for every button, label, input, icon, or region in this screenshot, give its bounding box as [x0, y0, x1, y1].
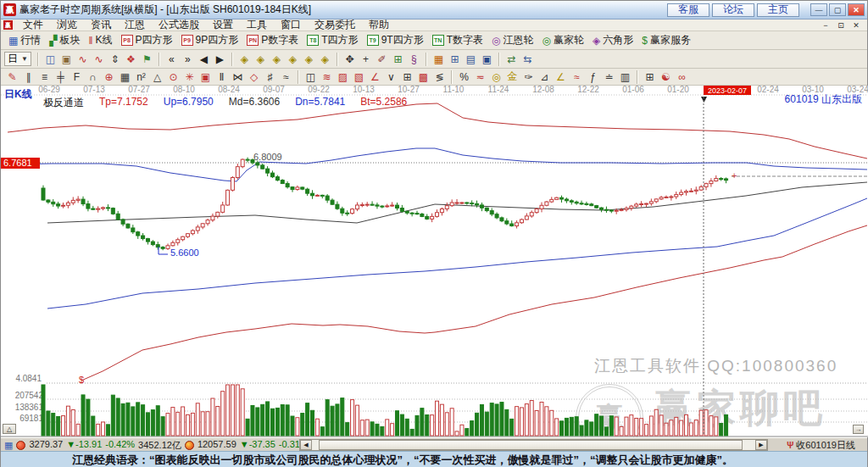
percent-icon[interactable]: % [457, 70, 471, 84]
scrollbar-track[interactable] [312, 440, 755, 450]
table-grid-icon[interactable]: ⊞ [643, 70, 657, 84]
winner-service-button[interactable]: $赢家服务 [642, 33, 691, 47]
quick-button-2[interactable]: 主页 [757, 3, 799, 17]
scroll-right-arrow[interactable]: ▶ [755, 440, 767, 450]
menu-item-4[interactable]: 公式选股 [152, 19, 206, 31]
sharp-tool-icon[interactable]: ♯ [263, 70, 277, 84]
grid-plus-icon[interactable]: ⊞ [400, 70, 415, 84]
crosshair-icon[interactable]: + [359, 53, 373, 66]
gann-diamond-5-icon[interactable]: ◈ [302, 53, 316, 66]
minimize-button[interactable]: — [810, 3, 827, 16]
shade-left-icon[interactable]: ▨ [336, 70, 350, 84]
fn-icon[interactable]: ƒ [586, 70, 600, 84]
angle-tool-icon[interactable]: ∠ [368, 70, 382, 84]
menu-item-8[interactable]: 交易委托 [308, 19, 362, 31]
gann-diamond-6-icon[interactable]: ◈ [318, 53, 332, 66]
flag-icon[interactable]: ⚑ [140, 53, 154, 66]
horizontal-scrollbar[interactable]: ◀ ▶ [299, 439, 768, 451]
quick-button-1[interactable]: 论坛 [712, 3, 754, 17]
parallel-lines-icon[interactable]: ∥ [21, 70, 36, 84]
t-table-button[interactable]: TNT数字表 [432, 33, 483, 47]
close-button[interactable]: ✕ [848, 3, 865, 16]
notebook-icon[interactable]: ▤ [464, 53, 478, 66]
calculator-icon[interactable]: ⊞ [448, 53, 462, 66]
gann-diamond-2-icon[interactable]: ◈ [253, 53, 268, 66]
grid-lines-icon[interactable]: ≡ [37, 70, 52, 84]
pane-scroll-button[interactable]: → [853, 425, 864, 434]
prev-bar-icon[interactable]: ◀ [197, 53, 211, 66]
9p-square-button[interactable]: P99P四方形 [181, 33, 239, 47]
save-icon[interactable]: ▣ [480, 53, 494, 66]
fan-tool-icon[interactable]: F [70, 70, 84, 84]
next-bar-icon[interactable]: ▶ [213, 53, 227, 66]
scroll-left-arrow[interactable]: ◀ [300, 440, 312, 450]
gann-diamond-3-icon[interactable]: ◈ [270, 53, 284, 66]
shanghai-index-icon[interactable] [16, 441, 25, 450]
quotes-button[interactable]: ▦行情 [8, 33, 41, 47]
menu-item-5[interactable]: 设置 [206, 19, 240, 31]
spiral-tool-icon[interactable]: § [407, 53, 421, 66]
mdi-restore-button[interactable]: ⊡ [835, 21, 847, 30]
p-square-button[interactable]: P8P四方形 [121, 33, 173, 47]
yinyang-icon[interactable]: ☯ [659, 70, 673, 84]
wave2-icon[interactable]: ≈ [570, 70, 584, 84]
fence-icon[interactable]: ╪ [53, 70, 68, 84]
scrollbar-thumb[interactable] [319, 440, 743, 450]
circle-target-icon[interactable]: ⊕ [102, 70, 116, 84]
export-icon[interactable]: ⇄ [504, 53, 519, 66]
menu-item-0[interactable]: 文件 [16, 19, 50, 31]
bowtie-icon[interactable]: ⋈ [231, 70, 245, 84]
box-shade-icon[interactable]: ▥ [618, 70, 632, 84]
dense-grid-icon[interactable]: ▩ [416, 70, 431, 84]
gann-diamond-4-icon[interactable]: ◈ [286, 53, 300, 66]
triangle-tool-icon[interactable]: △ [150, 70, 164, 84]
menu-item-3[interactable]: 江恩 [118, 19, 152, 31]
infinity-icon[interactable]: ∞ [675, 70, 689, 84]
maximize-button[interactable]: ▢ [829, 3, 846, 16]
golden-circle-icon[interactable]: ◎ [489, 70, 504, 84]
measure-icon[interactable]: ✐ [375, 53, 389, 66]
quick-button-0[interactable]: 客服 [667, 3, 709, 17]
dotted-eq-icon[interactable]: ≐ [602, 70, 616, 84]
candle-style-dropdown[interactable]: ⇕ [108, 53, 122, 66]
import-icon[interactable]: ⇆ [520, 53, 535, 66]
compare-icon[interactable]: ≶ [432, 70, 447, 84]
info-panel-icon[interactable]: ▣ [59, 53, 74, 66]
menu-item-2[interactable]: 资讯 [84, 19, 118, 31]
red-frame-icon[interactable]: ▣ [198, 70, 213, 84]
gann-wheel-button[interactable]: ◎江恩轮 [492, 33, 533, 47]
menu-item-1[interactable]: 浏览 [50, 19, 84, 31]
pencil-icon[interactable]: ✎ [5, 70, 19, 84]
sun-cycle-icon[interactable]: ⊙ [166, 70, 181, 84]
star-cycle-icon[interactable]: ✳ [182, 70, 197, 84]
first-page-icon[interactable]: « [164, 53, 179, 66]
mdi-minimize-button[interactable]: − [820, 21, 832, 30]
shade-right-icon[interactable]: ▧ [352, 70, 366, 84]
9t-square-button[interactable]: T99T四方形 [367, 33, 424, 47]
menu-item-6[interactable]: 工具 [240, 19, 274, 31]
delta-icon[interactable]: ⊿ [537, 70, 552, 84]
arc-tool-icon[interactable]: ∩ [86, 70, 100, 84]
menu-item-9[interactable]: 帮助 [362, 19, 396, 31]
last-page-icon[interactable]: » [181, 53, 195, 66]
mini-chart-2-icon[interactable]: ∿ [92, 53, 106, 66]
mini-chart-icon[interactable]: ∿ [75, 53, 90, 66]
calendar-icon[interactable]: ▦ [431, 53, 446, 66]
check-tool-icon[interactable]: ∨ [384, 70, 398, 84]
sectors-button[interactable]: ▞板块 [49, 33, 80, 47]
mdi-close-button[interactable]: ✕ [850, 21, 862, 30]
angle2-icon[interactable]: ∠ [554, 70, 568, 84]
gann-diamond-1-icon[interactable]: ◈ [237, 53, 252, 66]
p-table-button[interactable]: PNP数字表 [247, 33, 298, 47]
window-layout-icon[interactable]: ◫ [43, 53, 58, 66]
multi-view-icon[interactable]: ❖ [124, 53, 138, 66]
kline-button[interactable]: ‖K线 [89, 33, 113, 47]
diamond-marker-icon[interactable]: ◇ [247, 70, 261, 84]
winner-wheel-button[interactable]: ◎赢家轮 [542, 33, 583, 47]
pan-hand-icon[interactable]: ✥ [342, 53, 357, 66]
golden-ratio-icon[interactable]: 金 [505, 70, 520, 84]
sh-index-group[interactable]: 3279.37 ▼-13.91 -0.42% 3452.12亿 [29, 439, 181, 452]
zigzag-icon[interactable]: ≋ [320, 70, 334, 84]
menu-item-7[interactable]: 窗口 [274, 19, 308, 31]
split-window-icon[interactable]: ◫ [303, 70, 318, 84]
